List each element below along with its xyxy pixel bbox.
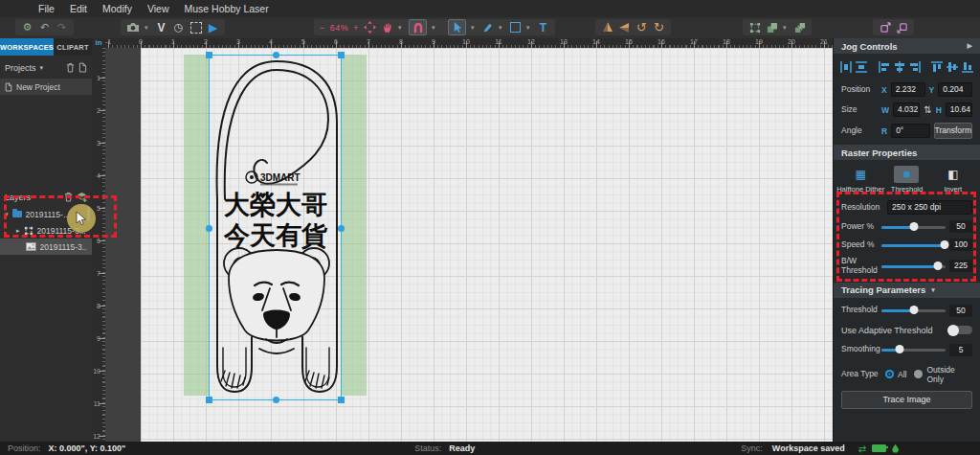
handle-middle-left[interactable] xyxy=(206,225,212,232)
delete-project-trash-icon[interactable] xyxy=(66,62,75,75)
angle-input[interactable]: 0° xyxy=(891,124,929,138)
group-dropdown-caret[interactable]: ▾ xyxy=(783,24,789,32)
vector-preview-icon[interactable]: V xyxy=(155,20,167,34)
bring-forward-icon[interactable] xyxy=(879,20,891,34)
snap-dropdown-caret[interactable]: ▾ xyxy=(432,24,437,32)
handle-bottom-left[interactable] xyxy=(206,397,212,403)
snap-magnet-icon[interactable] xyxy=(409,19,427,35)
folder-expand-caret[interactable]: ▾ xyxy=(5,211,9,218)
select-cursor-icon[interactable] xyxy=(448,19,466,35)
tracing-collapse-caret[interactable]: ▾ xyxy=(931,286,935,294)
camera-icon[interactable] xyxy=(126,20,140,34)
transform-button[interactable]: Transform xyxy=(934,123,972,139)
trace-threshold-value[interactable]: 50 xyxy=(949,305,972,317)
node-edit-icon[interactable] xyxy=(748,20,761,34)
tab-clipart[interactable]: CLIPART xyxy=(54,38,92,56)
area-type-outside-label[interactable]: Outside Only xyxy=(926,365,972,384)
delete-layer-trash-icon[interactable] xyxy=(64,192,73,204)
select-dropdown-caret[interactable]: ▾ xyxy=(471,24,477,32)
zoom-fit-icon[interactable] xyxy=(364,20,376,34)
size-w-input[interactable]: 4.032 xyxy=(893,102,920,117)
power-value[interactable]: 50 xyxy=(949,220,972,233)
project-item-new-project[interactable]: New Project xyxy=(0,79,92,95)
align-center-icon[interactable] xyxy=(893,58,906,76)
area-type-all-radio[interactable] xyxy=(885,370,894,378)
power-slider[interactable] xyxy=(881,221,946,233)
camera-dropdown-caret[interactable]: ▾ xyxy=(145,24,150,32)
ungroup-objects-icon[interactable] xyxy=(793,20,806,34)
menu-modify[interactable]: Modify xyxy=(95,3,140,14)
menu-view[interactable]: View xyxy=(140,3,177,14)
halftone-dither-button[interactable]: ▦ Halftone Dither xyxy=(837,166,883,193)
aspect-lock-icon[interactable]: ⇅ xyxy=(924,104,931,115)
selection-bounding-box[interactable]: 3DMART 大榮大哥 今天有貨 xyxy=(209,55,342,400)
pan-hand-icon[interactable] xyxy=(381,20,393,34)
engrave-text-line2[interactable]: 今天有貨 xyxy=(223,221,328,250)
menu-edit[interactable]: Edit xyxy=(62,3,95,14)
tracing-parameters-header[interactable]: Tracing Parameters ▾ xyxy=(834,283,980,298)
flip-vertical-icon[interactable] xyxy=(601,20,613,34)
speed-value[interactable]: 100 xyxy=(949,239,972,251)
projects-collapse-caret[interactable]: ▾ xyxy=(40,64,44,72)
pan-dropdown-caret[interactable]: ▾ xyxy=(398,24,404,32)
canvas-viewport[interactable]: 3DMART 大榮大哥 今天有貨 xyxy=(105,48,833,442)
run-job-play-icon[interactable]: ▶ xyxy=(207,20,219,34)
tab-workspaces[interactable]: WORKSPACES xyxy=(0,38,54,56)
engrave-text-line1[interactable]: 大榮大哥 xyxy=(224,191,327,219)
layer-image-row[interactable]: 20191115-3... xyxy=(0,239,92,255)
job-timer-icon[interactable]: ◷ xyxy=(172,20,185,34)
settings-gear-icon[interactable]: ⚙ xyxy=(21,20,33,34)
handle-bottom-right[interactable] xyxy=(338,397,345,403)
align-middle-icon[interactable] xyxy=(946,58,959,76)
threshold-mode-button[interactable]: ■ Threshold xyxy=(883,166,929,193)
handle-middle-right[interactable] xyxy=(338,225,345,232)
handle-top-center[interactable] xyxy=(273,52,279,58)
align-left-icon[interactable] xyxy=(878,58,891,76)
new-project-icon[interactable] xyxy=(78,62,87,75)
zoom-in-button[interactable]: + xyxy=(353,23,359,33)
undo-icon[interactable]: ↶ xyxy=(38,20,51,34)
vector-expand-caret[interactable]: ▸ xyxy=(16,227,20,235)
distribute-vertical-icon[interactable] xyxy=(855,58,868,76)
rotate-cw-icon[interactable]: ↻ xyxy=(653,20,665,34)
rotate-ccw-icon[interactable]: ↺ xyxy=(635,20,648,34)
position-x-input[interactable]: 2.232 xyxy=(891,82,925,97)
text-tool-icon[interactable]: T xyxy=(537,20,549,34)
pen-tool-icon[interactable] xyxy=(481,20,494,34)
door-hanger-artwork[interactable]: 3DMART 大榮大哥 今天有貨 xyxy=(210,56,343,401)
menu-file[interactable]: File xyxy=(31,3,62,14)
shape-tool-icon[interactable] xyxy=(509,20,522,34)
jog-controls-header[interactable]: Jog Controls ▶ xyxy=(834,38,980,54)
align-right-icon[interactable] xyxy=(908,58,922,76)
shape-dropdown-caret[interactable]: ▾ xyxy=(526,24,532,32)
menu-muse-hobby-laser[interactable]: Muse Hobby Laser xyxy=(177,3,277,14)
area-type-all-label[interactable]: All xyxy=(898,370,906,379)
trace-image-button[interactable]: Trace Image xyxy=(841,391,972,409)
trace-threshold-slider[interactable] xyxy=(881,305,946,316)
bw-threshold-value[interactable]: 225 xyxy=(949,260,972,272)
invert-button[interactable]: ◧ Invert xyxy=(930,166,976,193)
adaptive-threshold-toggle[interactable] xyxy=(947,326,972,334)
smoothing-slider[interactable] xyxy=(881,344,946,355)
distribute-horizontal-icon[interactable] xyxy=(839,58,853,76)
align-top-icon[interactable] xyxy=(930,58,944,76)
handle-bottom-center[interactable] xyxy=(273,397,279,403)
zoom-out-button[interactable]: − xyxy=(320,23,325,33)
resolution-select[interactable]: 250 x 250 dpi xyxy=(887,200,972,215)
smoothing-value[interactable]: 5 xyxy=(949,344,972,356)
jog-expand-icon[interactable]: ▶ xyxy=(968,42,972,50)
handle-top-left[interactable] xyxy=(206,52,212,58)
add-layer-icon[interactable] xyxy=(77,192,87,204)
size-h-input[interactable]: 10.64 xyxy=(946,102,972,117)
send-backward-icon[interactable] xyxy=(896,20,908,34)
bw-threshold-slider[interactable] xyxy=(881,261,946,272)
position-y-input[interactable]: 0.204 xyxy=(938,82,972,97)
handle-top-right[interactable] xyxy=(338,52,345,58)
redo-icon[interactable]: ↷ xyxy=(56,20,68,34)
job-boundary-icon[interactable] xyxy=(189,20,202,34)
pen-dropdown-caret[interactable]: ▾ xyxy=(499,24,504,32)
align-bottom-icon[interactable] xyxy=(961,58,974,76)
flip-horizontal-icon[interactable] xyxy=(618,20,631,34)
group-objects-icon[interactable] xyxy=(766,20,778,34)
speed-slider[interactable] xyxy=(881,239,946,251)
